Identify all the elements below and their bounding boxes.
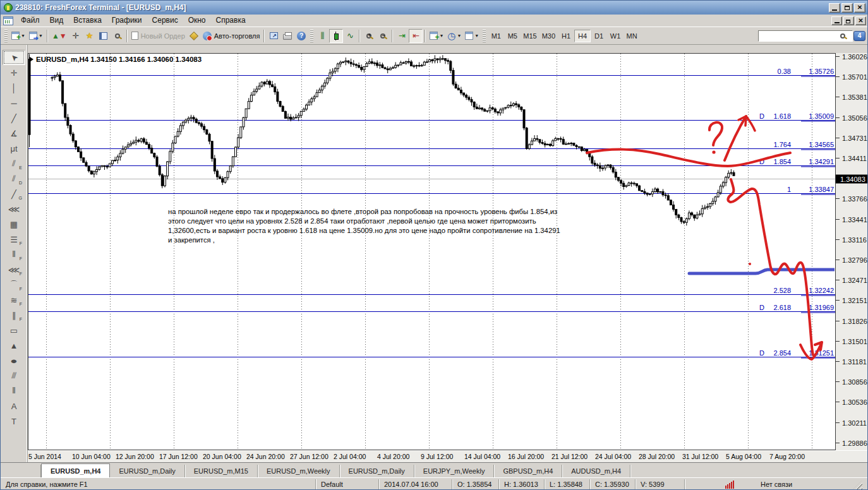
tool-text-label[interactable]: T [3, 414, 25, 429]
tool-trendline[interactable]: ╱ [3, 111, 25, 126]
menu-item-Окно[interactable]: Окно [183, 15, 211, 27]
timeframe-d1-button[interactable]: D1 [591, 30, 607, 42]
timeframe-m30-button[interactable]: M30 [539, 30, 558, 42]
tool-fibo-timezones[interactable]: ⫴F [3, 247, 25, 262]
svg-text:1.30211: 1.30211 [842, 419, 867, 427]
tool-cycle-lines[interactable]: ⫴ [3, 383, 25, 398]
close-icon: ✕ [857, 4, 862, 11]
auto-scroll-button[interactable]: ⇥ [395, 29, 409, 43]
order-icon [131, 32, 138, 40]
chart-tab-1[interactable]: EURUSD_m,Daily [110, 465, 184, 477]
current-price-tag: 1.34083 [836, 175, 867, 184]
bar-chart-button[interactable]: ⫼ [315, 29, 329, 43]
menu-item-Сервис[interactable]: Сервис [147, 15, 183, 27]
maximize-button[interactable] [841, 3, 853, 13]
crosshair-icon: ✛ [72, 32, 79, 40]
tool-gann-grid[interactable]: ▦ [3, 217, 25, 232]
timeframe-m1-button[interactable]: M1 [488, 30, 504, 42]
tool-equidistant-channel[interactable]: ⫽E [3, 156, 25, 171]
chart-tab-2[interactable]: EURUSD_m,M15 [185, 465, 258, 477]
search-input[interactable] [758, 30, 853, 42]
chart-tab-3[interactable]: EURUSD_m,Weekly [258, 465, 340, 477]
print-button[interactable] [280, 29, 294, 43]
navigator-button[interactable]: ★ [83, 29, 97, 43]
new-order-button[interactable]: Новый Ордер [130, 29, 187, 43]
tool-andrews-pitchfork[interactable]: ⫻ [3, 368, 25, 383]
timeframe-mn-button[interactable]: MN [624, 30, 640, 42]
line-chart-button[interactable]: ∿ [343, 29, 357, 43]
new-chart-button[interactable]: +▼ [9, 29, 27, 43]
chart-tab-4[interactable]: EURUSD_m,Daily [340, 465, 414, 477]
menu-item-Вставка[interactable]: Вставка [68, 15, 107, 27]
minimize-icon [832, 9, 837, 11]
tool-fibo-channel[interactable]: ∥F [3, 308, 25, 323]
toolbar-grip[interactable] [4, 30, 8, 42]
tool-fibo-arcs[interactable]: ⌒F [3, 277, 25, 292]
tool-rectangle[interactable]: ▭ [3, 323, 25, 338]
fibo-channel-icon: ∥ [12, 311, 16, 320]
timeframe-w1-button[interactable]: W1 [607, 30, 624, 42]
zoom-out-button[interactable]: − [376, 29, 390, 43]
tool-crosshair[interactable]: ✛ [3, 65, 25, 80]
line-chart-icon: ∿ [347, 32, 354, 40]
profiles-button[interactable]: ➜▼ [27, 29, 45, 43]
timeframe-m15-button[interactable]: M15 [521, 30, 539, 42]
tool-horizontal-line[interactable]: ─ [3, 95, 25, 111]
tool-cursor[interactable]: ➤ [3, 50, 25, 65]
strategy-tester-button[interactable] [111, 29, 124, 43]
tool-fibo-retracement[interactable]: ☰F [3, 232, 25, 247]
child-restore-button[interactable] [843, 16, 854, 25]
fullscreen-button[interactable] [267, 29, 280, 43]
timeframe-h4-button[interactable]: H4 [574, 30, 591, 42]
timeframe-h1-button[interactable]: H1 [558, 30, 574, 42]
terminal-button[interactable] [97, 29, 111, 43]
timeframe-m5-button[interactable]: M5 [504, 30, 521, 42]
help-button[interactable]: ? [294, 29, 308, 43]
metaeditor-button[interactable] [187, 29, 201, 43]
templates-button[interactable]: ▼ [463, 29, 481, 43]
tool-trendline-by-angle[interactable]: ∡ [3, 126, 25, 141]
chart-shift-button[interactable]: ⇤ [409, 29, 423, 43]
tool-ellipse[interactable]: ● [3, 353, 25, 368]
tool-gann-line[interactable]: ╱G [3, 186, 25, 201]
printer-icon [283, 34, 292, 40]
market-watch-button[interactable]: ▲▼ [50, 29, 69, 43]
toolbar-grip[interactable] [310, 30, 313, 42]
menu-item-Графики[interactable]: Графики [107, 15, 147, 27]
notification-badge[interactable]: 4 [853, 31, 865, 41]
tool-vertical-line[interactable]: │ [3, 80, 25, 95]
tool-regression-channel[interactable]: μt [3, 141, 25, 156]
periods-button[interactable]: ◷▼ [445, 29, 463, 43]
svg-text:17 Jun 12:00: 17 Jun 12:00 [159, 453, 198, 460]
indicators-button[interactable]: +▼ [428, 29, 445, 43]
child-close-icon: ✕ [858, 18, 863, 24]
zoom-in-button[interactable]: + [362, 29, 376, 43]
tool-text[interactable]: A [3, 398, 25, 414]
candlestick-button[interactable] [329, 29, 343, 43]
tool-stddev-channel[interactable]: ⫽D [3, 171, 25, 186]
tool-triangle[interactable]: ▲ [3, 338, 25, 353]
resize-grip[interactable] [853, 481, 862, 490]
chart-tab-0[interactable]: EURUSD_m,H4 [41, 463, 110, 477]
tool-gann-fan[interactable]: ⋘ [3, 201, 25, 217]
chart-tab-7[interactable]: AUDUSD_m,H4 [562, 465, 630, 477]
search-icon[interactable] [840, 33, 845, 39]
status-profile[interactable]: Default [315, 479, 378, 490]
data-window-button[interactable]: ✛ [69, 29, 83, 43]
chart-canvas[interactable]: 0.381.35726D1.6181.350091.7641.34565D1.8… [28, 45, 867, 462]
minimize-button[interactable] [829, 3, 840, 13]
tool-fibo-expansion[interactable]: ≋F [3, 292, 25, 308]
chart-window-icon[interactable] [3, 16, 13, 25]
toolbar-grip[interactable] [483, 30, 486, 42]
chart-tab-5[interactable]: EURJPY_m,Weekly [414, 465, 495, 477]
menu-item-Файл[interactable]: Файл [16, 15, 45, 27]
menu-item-Вид[interactable]: Вид [45, 15, 69, 27]
autotrading-button[interactable]: Авто-торговля [201, 29, 262, 43]
menu-item-Справка[interactable]: Справка [211, 15, 251, 27]
status-hint: Для справки, нажмите F1 [1, 479, 315, 490]
close-button[interactable]: ✕ [854, 3, 865, 13]
child-close-button[interactable]: ✕ [855, 16, 866, 25]
child-minimize-button[interactable] [831, 16, 842, 25]
chart-tab-6[interactable]: GBPUSD_m,H4 [494, 465, 562, 477]
tool-fibo-fan[interactable]: ⋘F [3, 262, 25, 277]
